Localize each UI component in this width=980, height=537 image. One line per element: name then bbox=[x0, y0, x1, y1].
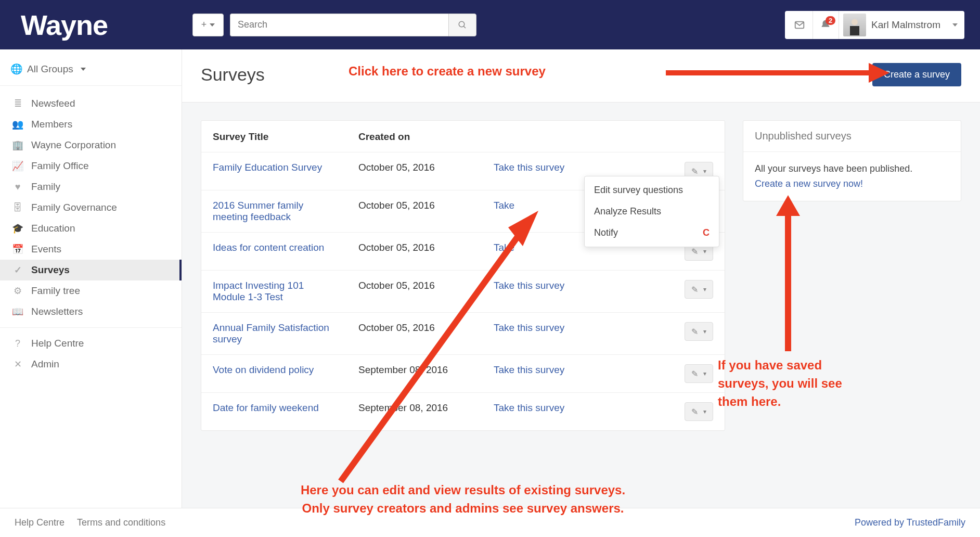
create-new-survey-link[interactable]: Create a new survey now! bbox=[755, 176, 949, 191]
book-icon: 📖 bbox=[11, 306, 24, 317]
survey-edit-dropdown[interactable]: ✎▾ bbox=[685, 322, 713, 341]
list-icon: ≣ bbox=[11, 98, 24, 109]
unpublished-surveys-card: Unpublished surveys All your surveys hav… bbox=[743, 120, 961, 201]
survey-title-link[interactable]: Family Education Survey bbox=[213, 162, 322, 173]
survey-title-link[interactable]: Ideas for content creation bbox=[213, 242, 324, 253]
survey-created-date: October 05, 2016 bbox=[347, 233, 482, 271]
nav-events[interactable]: 📅Events bbox=[0, 239, 182, 260]
svg-line-1 bbox=[463, 26, 466, 28]
search-icon bbox=[458, 20, 467, 30]
sidebar: 🌐 All Groups ≣Newsfeed 👥Members 🏢Wayne C… bbox=[0, 49, 182, 508]
nav-label: Wayne Corporation bbox=[31, 139, 116, 151]
pencil-icon: ✎ bbox=[691, 285, 698, 295]
nav-surveys[interactable]: ✓Surveys bbox=[0, 260, 182, 280]
content-row: Survey Title Created on Family Education… bbox=[182, 103, 980, 431]
survey-edit-dropdown[interactable]: ✎▾ bbox=[685, 280, 713, 299]
survey-title-link[interactable]: Vote on dividend policy bbox=[213, 364, 314, 375]
globe-icon: 🌐 bbox=[10, 63, 23, 75]
survey-title-link[interactable]: 2016 Summer family meeting feedback bbox=[213, 200, 303, 222]
avatar[interactable] bbox=[843, 14, 866, 36]
menu-notify[interactable]: NotifyC bbox=[585, 222, 719, 244]
take-survey-link[interactable]: Take this survey bbox=[494, 364, 564, 375]
nav-education[interactable]: 🎓Education bbox=[0, 218, 182, 239]
take-survey-link[interactable]: Take this survey bbox=[494, 162, 564, 173]
help-icon: ? bbox=[11, 338, 24, 349]
nav-label: Events bbox=[31, 244, 61, 255]
graduation-icon: 🎓 bbox=[11, 223, 24, 234]
plus-icon: + bbox=[201, 19, 207, 30]
svg-point-0 bbox=[459, 21, 465, 27]
create-survey-button[interactable]: Create a survey bbox=[872, 63, 961, 86]
take-survey-link[interactable]: Take bbox=[494, 200, 514, 211]
menu-analyze-results[interactable]: Analyze Results bbox=[585, 201, 719, 222]
page-body: 🌐 All Groups ≣Newsfeed 👥Members 🏢Wayne C… bbox=[0, 49, 980, 508]
brand-logo: Wayne bbox=[21, 9, 192, 41]
nav-family-tree[interactable]: ⚙Family tree bbox=[0, 280, 182, 301]
col-header-created: Created on bbox=[347, 121, 482, 152]
topbar: Wayne + 2 Karl Malmstrom bbox=[0, 0, 980, 49]
search-button[interactable] bbox=[448, 14, 476, 36]
nav-label: Newsfeed bbox=[31, 98, 75, 109]
footer-terms-link[interactable]: Terms and conditions bbox=[77, 517, 165, 528]
groups-selector[interactable]: 🌐 All Groups bbox=[0, 60, 182, 86]
col-header-title: Survey Title bbox=[201, 121, 347, 152]
search-wrap bbox=[230, 14, 476, 36]
nav-members[interactable]: 👥Members bbox=[0, 114, 182, 135]
survey-created-date: September 08, 2016 bbox=[347, 393, 482, 431]
survey-edit-dropdown[interactable]: ✎▾ bbox=[685, 364, 713, 383]
chart-icon: 📈 bbox=[11, 160, 24, 172]
people-icon: 👥 bbox=[11, 119, 24, 130]
survey-title-link[interactable]: Annual Family Satisfaction survey bbox=[213, 322, 329, 344]
nav-newsletters[interactable]: 📖Newsletters bbox=[0, 301, 182, 322]
person-icon bbox=[845, 16, 864, 36]
footer-powered-by: Powered by TrustedFamily bbox=[855, 517, 965, 528]
nav-label: Family Governance bbox=[31, 202, 117, 213]
survey-actions-dropdown: Edit survey questions Analyze Results No… bbox=[584, 176, 719, 247]
nav-family-governance[interactable]: 🗄Family Governance bbox=[0, 197, 182, 218]
survey-edit-dropdown[interactable]: ✎▾ bbox=[685, 402, 713, 421]
tools-icon: ✕ bbox=[11, 359, 24, 370]
nav-newsfeed[interactable]: ≣Newsfeed bbox=[0, 93, 182, 114]
svg-rect-4 bbox=[850, 26, 859, 35]
pencil-icon: ✎ bbox=[691, 327, 698, 337]
survey-title-link[interactable]: Impact Investing 101 Module 1-3 Test bbox=[213, 280, 304, 302]
nav-label: Surveys bbox=[31, 264, 70, 276]
take-survey-link[interactable]: Take this survey bbox=[494, 322, 564, 333]
surveys-table-card: Survey Title Created on Family Education… bbox=[201, 120, 725, 431]
nav-wayne-corporation[interactable]: 🏢Wayne Corporation bbox=[0, 135, 182, 156]
nav-list: ≣Newsfeed 👥Members 🏢Wayne Corporation 📈F… bbox=[0, 86, 182, 382]
nav-label: Newsletters bbox=[31, 306, 83, 317]
footer-help-link[interactable]: Help Centre bbox=[15, 517, 65, 528]
pencil-icon: ✎ bbox=[691, 167, 698, 176]
chevron-down-icon bbox=[78, 63, 86, 75]
user-cluster: 2 Karl Malmstrom bbox=[785, 11, 964, 39]
chevron-down-icon: ▾ bbox=[703, 328, 706, 335]
notifications-button[interactable]: 2 bbox=[813, 11, 839, 39]
building-icon: 🏢 bbox=[11, 139, 24, 151]
table-row: Date for family weekendSeptember 08, 201… bbox=[201, 393, 725, 431]
unpublished-text: All your surveys have been published. bbox=[755, 161, 949, 176]
svg-point-3 bbox=[852, 19, 858, 25]
nav-family[interactable]: ♥Family bbox=[0, 176, 182, 197]
add-new-dropdown[interactable]: + bbox=[192, 14, 224, 36]
take-survey-link[interactable]: Take this survey bbox=[494, 280, 564, 291]
take-survey-link[interactable]: Take bbox=[494, 242, 514, 253]
nav-help-centre[interactable]: ?Help Centre bbox=[0, 333, 182, 354]
search-input[interactable] bbox=[230, 14, 448, 36]
surveys-table: Survey Title Created on Family Education… bbox=[201, 121, 725, 430]
page-header: Surveys Create a survey bbox=[182, 49, 980, 103]
nav-admin[interactable]: ✕Admin bbox=[0, 354, 182, 375]
nav-label: Help Centre bbox=[31, 338, 84, 349]
chevron-down-icon: ▾ bbox=[703, 248, 706, 255]
username-label[interactable]: Karl Malmstrom bbox=[869, 19, 945, 31]
main: Surveys Create a survey Survey Title Cre… bbox=[182, 49, 980, 508]
tree-icon: ⚙ bbox=[11, 285, 24, 297]
nav-family-office[interactable]: 📈Family Office bbox=[0, 156, 182, 176]
database-icon: 🗄 bbox=[11, 202, 24, 213]
survey-title-link[interactable]: Date for family weekend bbox=[213, 402, 319, 413]
menu-edit-questions[interactable]: Edit survey questions bbox=[585, 180, 719, 201]
take-survey-link[interactable]: Take this survey bbox=[494, 402, 564, 413]
user-menu-caret[interactable] bbox=[945, 23, 962, 27]
pencil-icon: ✎ bbox=[691, 369, 698, 379]
messages-button[interactable] bbox=[787, 11, 813, 39]
